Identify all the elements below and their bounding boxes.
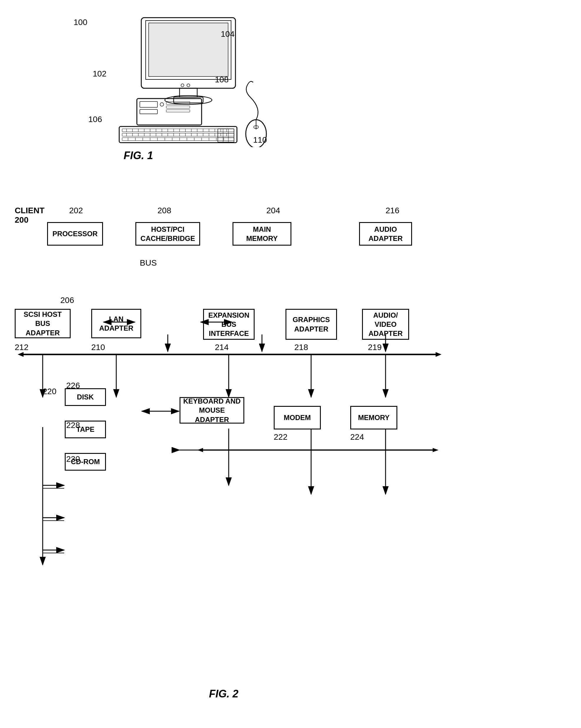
keyboard-mouse-block: KEYBOARD ANDMOUSE ADAPTER bbox=[180, 397, 244, 423]
ref-206: 206 bbox=[60, 295, 74, 305]
modem-block: MODEM bbox=[274, 406, 321, 430]
computer-illustration bbox=[74, 12, 315, 147]
ref-208: 208 bbox=[157, 206, 171, 215]
svg-marker-104 bbox=[197, 448, 203, 452]
ref-204: 204 bbox=[267, 206, 280, 215]
disk-block: DISK bbox=[65, 388, 106, 406]
svg-rect-10 bbox=[140, 109, 157, 114]
graphics-adapter-block: GRAPHICSADAPTER bbox=[285, 309, 337, 340]
svg-rect-5 bbox=[174, 97, 203, 103]
svg-rect-54 bbox=[122, 138, 234, 140]
svg-rect-16 bbox=[122, 129, 234, 132]
fig1-area: 100 102 104 106 108 110 FIG. 1 bbox=[59, 12, 324, 165]
ref-228: 228 bbox=[66, 421, 80, 430]
ref-214: 214 bbox=[215, 343, 229, 352]
ref-220: 220 bbox=[43, 387, 56, 396]
svg-rect-13 bbox=[166, 106, 190, 108]
expansion-bus-block: EXPANSIONBUSINTERFACE bbox=[203, 309, 255, 340]
ref-230: 230 bbox=[66, 454, 80, 464]
svg-point-11 bbox=[160, 103, 163, 106]
svg-rect-2 bbox=[149, 23, 228, 76]
svg-point-6 bbox=[181, 84, 184, 87]
lan-adapter-block: LANADAPTER bbox=[91, 309, 141, 338]
fig2-label: FIG. 2 bbox=[209, 688, 238, 700]
ref-219: 219 bbox=[368, 343, 382, 352]
memory-block: MEMORY bbox=[350, 406, 397, 430]
svg-rect-14 bbox=[166, 110, 190, 112]
main-memory-block: MAINMEMORY bbox=[232, 222, 292, 245]
ref-216: 216 bbox=[385, 206, 399, 215]
ref-110: 110 bbox=[253, 135, 267, 145]
ref-210: 210 bbox=[91, 343, 105, 352]
svg-rect-69 bbox=[218, 129, 234, 142]
svg-marker-87 bbox=[18, 352, 24, 357]
ref-100: 100 bbox=[74, 18, 87, 27]
ref-102: 102 bbox=[93, 69, 106, 79]
svg-point-7 bbox=[187, 84, 190, 87]
svg-marker-103 bbox=[433, 448, 438, 452]
ref-226: 226 bbox=[66, 381, 80, 390]
ref-224: 224 bbox=[350, 433, 364, 442]
ref-202: 202 bbox=[69, 206, 83, 215]
svg-rect-9 bbox=[140, 102, 157, 107]
host-pci-block: HOST/PCICACHE/BRIDGE bbox=[135, 222, 200, 245]
bus-label: BUS bbox=[140, 258, 157, 268]
ref-212: 212 bbox=[15, 343, 29, 352]
client-num: 200 bbox=[15, 215, 29, 225]
ref-108: 108 bbox=[215, 75, 229, 84]
fig1-label: FIG. 1 bbox=[124, 150, 153, 162]
ref-106: 106 bbox=[88, 115, 102, 124]
processor-block: PROCESSOR bbox=[47, 222, 103, 245]
svg-marker-88 bbox=[436, 352, 441, 357]
client-label: CLIENT bbox=[15, 206, 45, 215]
audio-video-block: AUDIO/VIDEOADAPTER bbox=[362, 309, 409, 340]
svg-rect-35 bbox=[122, 133, 234, 136]
ref-222: 222 bbox=[274, 433, 287, 442]
audio-adapter-block: AUDIOADAPTER bbox=[359, 222, 412, 245]
ref-104: 104 bbox=[221, 29, 234, 39]
ref-218: 218 bbox=[294, 343, 308, 352]
scsi-host-block: SCSI HOSTBUS ADAPTER bbox=[15, 309, 71, 338]
fig2-area: CLIENT 200 202 208 204 216 PROCESSOR HOS… bbox=[9, 206, 568, 706]
